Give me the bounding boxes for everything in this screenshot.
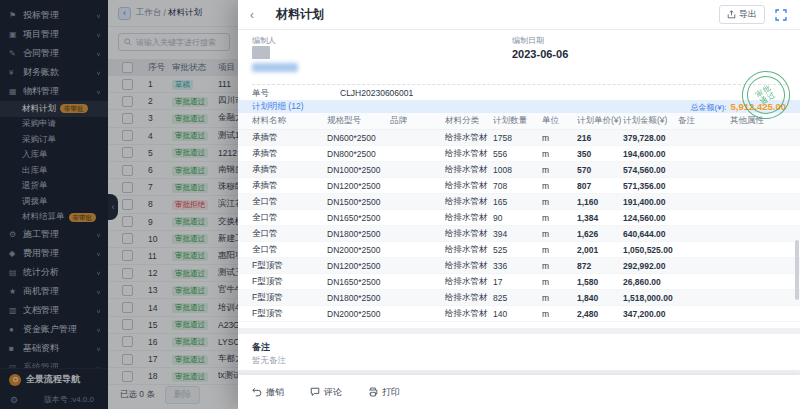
doc-no-label: 单号: [252, 88, 269, 100]
cell-cat: 给排水管材: [445, 164, 493, 176]
export-label: 导出: [739, 8, 757, 21]
cell-unit: m: [542, 181, 577, 191]
creator-avatar: [252, 46, 270, 59]
column-header-name: 材料名称: [252, 115, 327, 127]
cell-qty: 17: [493, 277, 542, 287]
cell-price: 1,626: [577, 229, 623, 239]
cell-spec: DN1800*2500: [327, 229, 390, 239]
cell-unit: m: [542, 261, 577, 271]
fullscreen-button[interactable]: [774, 8, 788, 22]
cell-unit: m: [542, 213, 577, 223]
detail-table-row: F型顶管DN1200*2500给排水管材336m872292,992.00: [238, 258, 800, 274]
drawer-back-icon[interactable]: ‹: [250, 8, 254, 22]
cell-price: 2,001: [577, 245, 623, 255]
drawer-header: ‹ 材料计划 导出: [238, 0, 800, 30]
detail-table-row: 承插管DN800*2500给排水管材556m350194,600.00: [238, 146, 800, 162]
cell-qty: 90: [493, 213, 542, 223]
detail-table-rows: 承插管DN600*2500给排水管材1758m216379,728.00承插管D…: [238, 130, 800, 322]
print-button[interactable]: 打印: [368, 386, 400, 399]
cell-amount: 191,400.00: [623, 197, 678, 207]
detail-summary-bar: 计划明细 (12) 总金额(¥): 5,912,425.00: [238, 100, 800, 113]
creator-label: 编制人: [252, 35, 276, 46]
cell-cat: 给排水管材: [445, 132, 493, 144]
cell-qty: 556: [493, 149, 542, 159]
drawer-footer: 撤销 评论 打印: [238, 375, 800, 409]
cell-cat: 给排水管材: [445, 276, 493, 288]
cell-name: F型顶管: [252, 308, 327, 320]
cell-amount: 347,200.00: [623, 309, 678, 319]
cell-unit: m: [542, 309, 577, 319]
cell-price: 1,580: [577, 277, 623, 287]
detail-table-row: 承插管DN1200*2500给排水管材708m807571,356.00: [238, 178, 800, 194]
cell-name: 全口管: [252, 196, 327, 208]
cell-price: 350: [577, 149, 623, 159]
cell-unit: m: [542, 277, 577, 287]
cell-cat: 给排水管材: [445, 308, 493, 320]
cell-price: 1,384: [577, 213, 623, 223]
cell-cat: 给排水管材: [445, 228, 493, 240]
cell-cat: 给排水管材: [445, 260, 493, 272]
detail-table-row: F型顶管DN1800*2500给排水管材825m1,8401,518,000.0…: [238, 290, 800, 306]
cell-qty: 165: [493, 197, 542, 207]
detail-table-row: 承插管DN600*2500给排水管材1758m216379,728.00: [238, 130, 800, 146]
cell-spec: DN1500*2500: [327, 197, 390, 207]
column-header-brand: 品牌: [390, 115, 445, 127]
cell-name: F型顶管: [252, 260, 327, 272]
cell-price: 1,160: [577, 197, 623, 207]
cell-amount: 292,992.00: [623, 261, 678, 271]
cell-spec: DN600*2500: [327, 133, 390, 143]
cell-price: 1,840: [577, 293, 623, 303]
detail-card: 编制人 编制日期 2023-06-06 单号 CLJH20230606001 计…: [238, 30, 800, 328]
cell-amount: 574,560.00: [623, 165, 678, 175]
cell-name: 承插管: [252, 164, 327, 176]
cell-spec: DN2000*2500: [327, 309, 390, 319]
cell-name: F型顶管: [252, 276, 327, 288]
cell-cat: 给排水管材: [445, 212, 493, 224]
print-label: 打印: [382, 386, 400, 399]
drawer-mask[interactable]: [0, 0, 238, 409]
undo-label: 撤销: [266, 386, 284, 399]
column-header-price: 计划单价(¥): [577, 115, 623, 127]
cell-qty: 525: [493, 245, 542, 255]
drawer-title: 材料计划: [276, 6, 719, 23]
cell-name: 承插管: [252, 180, 327, 192]
cell-price: 872: [577, 261, 623, 271]
total-label: 总金额(¥):: [691, 102, 727, 113]
cell-cat: 给排水管材: [445, 180, 493, 192]
cell-amount: 379,728.00: [623, 133, 678, 143]
cell-spec: DN2000*2500: [327, 245, 390, 255]
export-icon: [727, 10, 736, 19]
detail-table-row: F型顶管DN1650*2500给排水管材17m1,58026,860.00: [238, 274, 800, 290]
cell-spec: DN1650*2500: [327, 277, 390, 287]
detail-drawer: ‹ 材料计划 导出 编制人 编制日期 2023-06-06 单号 CLJH202…: [238, 0, 800, 409]
creator-name-redacted: [252, 63, 298, 72]
column-header-cat: 材料分类: [445, 115, 493, 127]
cell-qty: 1758: [493, 133, 542, 143]
cell-spec: DN1000*2500: [327, 165, 390, 175]
undo-button[interactable]: 撤销: [252, 386, 284, 399]
scrollbar-thumb[interactable]: [795, 240, 799, 300]
comment-button[interactable]: 评论: [310, 386, 342, 399]
export-button[interactable]: 导出: [719, 5, 765, 24]
dashed-divider: [252, 84, 786, 85]
cell-qty: 394: [493, 229, 542, 239]
cell-qty: 336: [493, 261, 542, 271]
column-header-spec: 规格型号: [327, 115, 390, 127]
cell-price: 2,480: [577, 309, 623, 319]
cell-cat: 给排水管材: [445, 148, 493, 160]
cell-amount: 194,600.00: [623, 149, 678, 159]
fullscreen-icon: [775, 9, 787, 21]
cell-amount: 26,860.00: [623, 277, 678, 287]
cell-unit: m: [542, 245, 577, 255]
cell-unit: m: [542, 197, 577, 207]
cell-cat: 给排水管材: [445, 196, 493, 208]
detail-table-row: F型顶管DN2000*2500给排水管材140m2,480347,200.00: [238, 306, 800, 322]
cell-name: 全口管: [252, 244, 327, 256]
column-header-unit: 单位: [542, 115, 577, 127]
cell-spec: DN1800*2500: [327, 293, 390, 303]
cell-amount: 571,356.00: [623, 181, 678, 191]
cell-cat: 给排水管材: [445, 244, 493, 256]
cell-spec: DN800*2500: [327, 149, 390, 159]
comment-icon: [310, 387, 320, 397]
detail-table-row: 全口管DN1650*2500给排水管材90m1,384124,560.00: [238, 210, 800, 226]
